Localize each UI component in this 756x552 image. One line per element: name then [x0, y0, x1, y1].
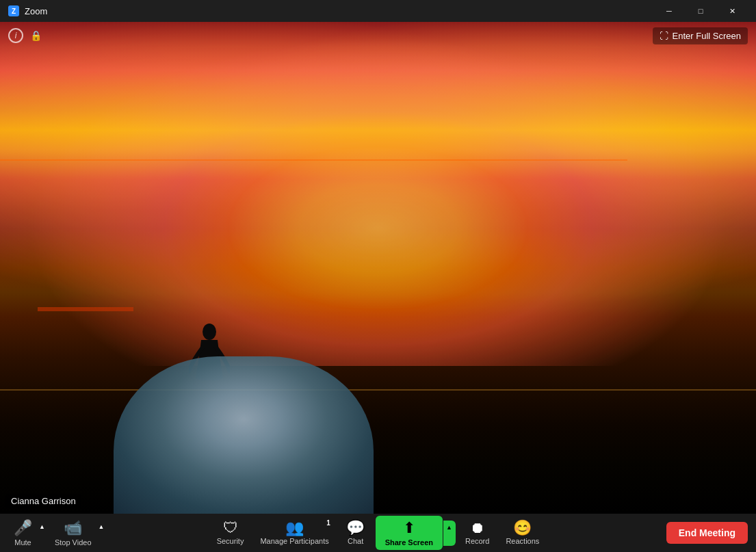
- participants-label: Manage Participants: [260, 537, 328, 545]
- participants-button[interactable]: 👥 1 Manage Participants: [253, 518, 335, 548]
- reactions-icon: 😊: [513, 521, 532, 536]
- record-label: Record: [465, 537, 489, 545]
- participants-badge: 1: [326, 519, 330, 527]
- share-screen-button[interactable]: ⬆ Share Screen: [376, 516, 443, 550]
- fullscreen-label: Enter Full Screen: [673, 31, 741, 41]
- participants-icon: 👥: [285, 521, 304, 536]
- camera-overlay: [114, 356, 374, 514]
- close-button[interactable]: ✕: [716, 0, 748, 22]
- app-icon: Z: [8, 5, 19, 16]
- record-button[interactable]: ⏺ Record: [458, 518, 496, 548]
- fullscreen-button[interactable]: ⛶ Enter Full Screen: [653, 27, 748, 44]
- security-label: Security: [217, 537, 244, 545]
- top-overlay: i 🔒 ⛶ Enter Full Screen: [0, 22, 756, 49]
- app-title: Zoom: [25, 6, 47, 16]
- top-left-icons: i 🔒: [8, 28, 42, 43]
- minimize-button[interactable]: ─: [653, 0, 685, 22]
- share-screen-arrow[interactable]: ▲: [443, 521, 456, 546]
- toolbar: 🎤 Mute ▲ 📹 Stop Video ▲ 🛡 Security 👥 1 M…: [0, 514, 756, 552]
- maximize-button[interactable]: □: [685, 0, 716, 22]
- participant-name-label: Cianna Garrison: [5, 494, 81, 508]
- lock-icon: 🔒: [29, 29, 42, 42]
- chat-icon: 💬: [346, 521, 365, 536]
- chat-button[interactable]: 💬 Chat: [339, 518, 373, 548]
- mute-group: 🎤 Mute ▲: [8, 516, 48, 549]
- share-screen-label: Share Screen: [385, 538, 433, 547]
- mute-label: Mute: [14, 538, 31, 547]
- mute-icon: 🎤: [14, 519, 32, 537]
- svg-point-0: [203, 324, 216, 340]
- stop-video-button[interactable]: 📹 Stop Video: [49, 516, 97, 549]
- share-screen-icon: ⬆: [403, 519, 415, 537]
- reactions-label: Reactions: [506, 537, 539, 545]
- toolbar-right: End Meeting: [563, 522, 748, 544]
- share-screen-group: ⬆ Share Screen ▲: [376, 516, 456, 550]
- title-bar-controls: ─ □ ✕: [653, 0, 748, 22]
- title-bar-left: Z Zoom: [8, 5, 47, 16]
- stop-video-icon: 📹: [64, 519, 82, 537]
- stop-video-arrow[interactable]: ▲: [97, 521, 107, 545]
- info-icon[interactable]: i: [8, 28, 23, 43]
- end-meeting-button[interactable]: End Meeting: [666, 522, 748, 544]
- chat-label: Chat: [348, 537, 363, 545]
- sky-overlay: [0, 22, 756, 366]
- horizon-line: [0, 389, 756, 391]
- toolbar-center: 🛡 Security 👥 1 Manage Participants 💬 Cha…: [193, 516, 563, 550]
- video-area: Cianna Garrison: [0, 22, 756, 514]
- record-icon: ⏺: [470, 521, 485, 536]
- security-icon: 🛡: [223, 521, 238, 536]
- stop-video-group: 📹 Stop Video ▲: [49, 516, 107, 549]
- mute-button[interactable]: 🎤 Mute: [8, 516, 38, 549]
- reactions-button[interactable]: 😊 Reactions: [499, 518, 546, 548]
- title-bar: Z Zoom ─ □ ✕: [0, 0, 756, 22]
- security-button[interactable]: 🛡 Security: [210, 518, 251, 548]
- fullscreen-icon: ⛶: [660, 31, 668, 41]
- sunset-background: Cianna Garrison: [0, 22, 756, 514]
- stop-video-label: Stop Video: [55, 538, 92, 547]
- toolbar-left: 🎤 Mute ▲ 📹 Stop Video ▲: [8, 516, 193, 549]
- mute-arrow[interactable]: ▲: [38, 521, 48, 545]
